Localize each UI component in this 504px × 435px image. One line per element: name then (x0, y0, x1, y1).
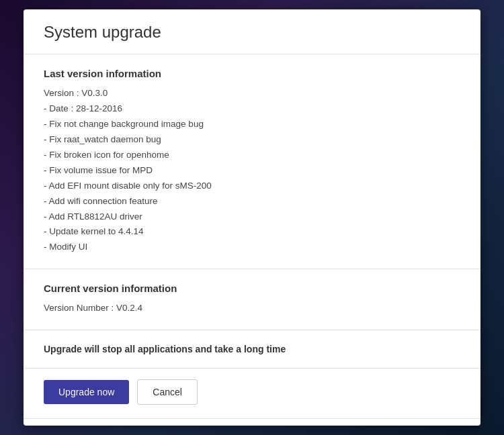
button-row: Upgrade now Cancel (24, 369, 480, 419)
dialog-header: System upgrade (24, 9, 480, 54)
last-version-content: Version : V0.3.0 - Date : 28-12-2016 - F… (44, 86, 460, 255)
dialog-body: Last version information Version : V0.3.… (24, 54, 480, 426)
last-version-item-4: - Fix volume issue for MPD (44, 163, 460, 179)
current-version-content: Version Number : V0.2.4 (44, 301, 460, 316)
last-version-version: Version : V0.3.0 (44, 86, 460, 101)
last-version-item-3: - Fix broken icon for openhome (44, 148, 460, 163)
upgrade-now-button[interactable]: Upgrade now (44, 380, 129, 404)
last-version-item-8: - Update kernel to 4.4.14 (44, 224, 460, 240)
last-version-item-9: - Modify UI (44, 240, 460, 255)
cancel-button[interactable]: Cancel (137, 379, 198, 405)
last-version-section: Last version information Version : V0.3.… (24, 54, 480, 269)
system-info-section: System information Host name : 10.0.0.64… (24, 419, 480, 426)
current-version-section: Current version information Version Numb… (24, 269, 480, 330)
last-version-item-5: - Add EFI mount disable only for sMS-200 (44, 179, 460, 194)
last-version-date: - Date : 28-12-2016 (44, 101, 460, 117)
last-version-item-6: - Add wifi connection feature (44, 194, 460, 209)
upgrade-notice-text: Upgrade will stop all applications and t… (44, 344, 286, 354)
system-upgrade-dialog: System upgrade Last version information … (24, 9, 480, 426)
upgrade-notice: Upgrade will stop all applications and t… (24, 330, 480, 369)
last-version-title: Last version information (44, 68, 460, 79)
dialog-title: System upgrade (44, 23, 460, 42)
last-version-item-7: - Add RTL8812AU driver (44, 209, 460, 225)
last-version-item-2: - Fix raat_watch daemon bug (44, 132, 460, 148)
last-version-item-1: - Fix not change background image bug (44, 117, 460, 132)
current-version-title: Current version information (44, 283, 460, 294)
current-version-number: Version Number : V0.2.4 (44, 301, 460, 316)
